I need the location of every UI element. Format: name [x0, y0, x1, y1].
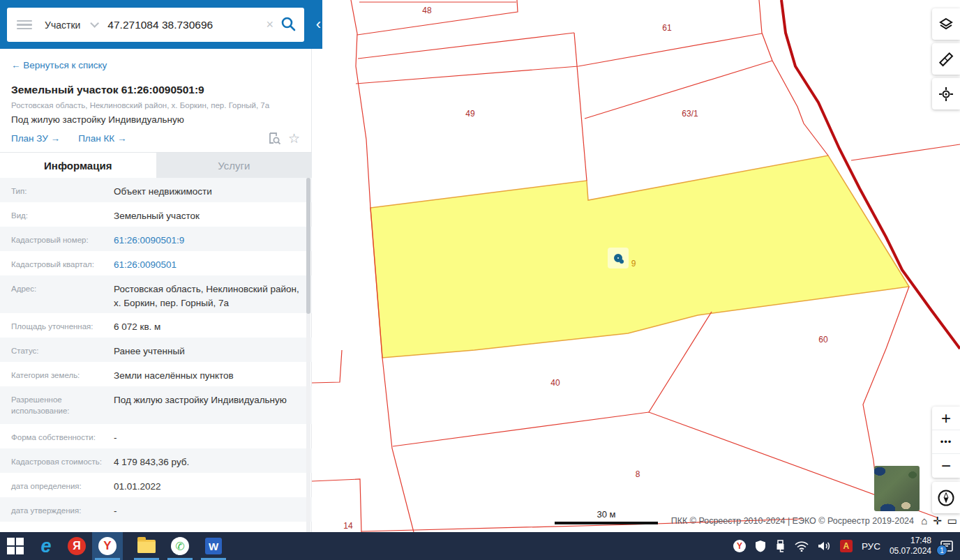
info-row-label: дата утверждения:: [11, 497, 114, 517]
yandex-browser-button[interactable]: Y: [92, 532, 123, 560]
info-row-value: -: [114, 424, 117, 445]
acrobat-icon[interactable]: A: [840, 540, 853, 552]
plan-kk-link[interactable]: План КК →: [78, 133, 126, 144]
collapse-panel-icon[interactable]: ‹: [316, 17, 321, 32]
info-row-label: Площадь уточненная:: [11, 313, 114, 333]
info-row-value: Земли населённых пунктов: [114, 362, 234, 383]
zoom-out-button[interactable]: −: [932, 454, 960, 478]
system-tray: Y A РУС 17:48 05.07.2024 1: [733, 536, 960, 557]
info-row: Вид:Земельный участок: [0, 202, 312, 227]
menu-icon[interactable]: [17, 18, 32, 32]
parcel-number-label: 40: [550, 378, 560, 388]
word-button[interactable]: W: [198, 532, 229, 560]
info-row: Разрешенное использование:Под жилую заст…: [0, 386, 312, 424]
search-input[interactable]: [107, 19, 247, 31]
info-row-value: -: [114, 497, 117, 518]
word-icon: W: [205, 538, 222, 554]
taskbar: e Я Y ✆ W Y: [0, 532, 960, 560]
info-row-value: Под жилую застройку Индивидуальную: [114, 386, 287, 407]
plan-zu-link[interactable]: План ЗУ →: [11, 133, 60, 144]
info-row-label: [11, 522, 114, 530]
map-attribution: ПКК © Росреестр 2010-2024 | ЕЭКО © Росре…: [671, 516, 914, 526]
whatsapp-icon: ✆: [171, 537, 189, 555]
info-row: Кадастровая стоимость:4 179 843,36 руб.: [0, 448, 312, 473]
tab-information[interactable]: Информация: [0, 153, 156, 178]
parcel-number-label: 60: [818, 335, 827, 345]
defender-shield-icon[interactable]: [755, 540, 766, 552]
marker-ring: [614, 254, 622, 262]
start-button[interactable]: [0, 532, 31, 560]
info-row-label: дата определения:: [11, 473, 114, 492]
usb-icon[interactable]: [775, 540, 786, 552]
info-row-label: Форма собственности:: [11, 424, 114, 444]
favorite-star-icon[interactable]: ☆: [288, 133, 300, 145]
overview-minimap[interactable]: [874, 466, 920, 511]
compass-button[interactable]: [932, 482, 960, 513]
yandex-browser-icon: Y: [98, 537, 117, 555]
info-row: Категория земель:Земли населённых пункто…: [0, 362, 312, 386]
clear-icon[interactable]: ×: [266, 17, 273, 32]
layers-icon: [938, 17, 954, 32]
search-icon[interactable]: [280, 16, 296, 34]
document-search-icon[interactable]: [268, 132, 281, 145]
parcel-usage: Под жилую застройку Индивидуальную: [11, 114, 300, 125]
whatsapp-button[interactable]: ✆: [165, 532, 195, 560]
yandex-tray-icon[interactable]: Y: [733, 540, 746, 552]
yandex-app-button[interactable]: Я: [61, 532, 92, 560]
parcel-title: Земельный участок 61:26:0090501:9: [11, 84, 300, 96]
more-zoom-button[interactable]: •••: [932, 430, 960, 454]
clock-date: 05.07.2024: [890, 546, 931, 557]
info-row: Статус:Ранее учтенный: [0, 338, 312, 362]
crosshair-icon: [938, 86, 954, 102]
info-row-value: Ростовская область, Неклиновский район, …: [114, 275, 301, 310]
search-category-select[interactable]: Участки: [45, 20, 80, 31]
info-row: Форма собственности:-: [0, 424, 312, 448]
info-row: Кадастровый квартал:61:26:0090501: [0, 251, 312, 275]
edge-button[interactable]: e: [31, 532, 61, 560]
language-indicator[interactable]: РУС: [862, 541, 880, 552]
compass-icon: [937, 489, 955, 507]
wifi-icon[interactable]: [795, 540, 809, 552]
info-table: Тип:Объект недвижимостиВид:Земельный уча…: [0, 178, 312, 546]
info-row-value: 01.01.2022: [114, 473, 161, 494]
info-row-label: Статус:: [11, 338, 114, 357]
search-topbar: Участки × ‹: [0, 0, 322, 49]
info-row-label: Разрешенное использование:: [11, 386, 114, 416]
chevron-down-icon[interactable]: [91, 19, 100, 28]
layers-button[interactable]: [932, 8, 960, 40]
file-explorer-button[interactable]: [131, 532, 162, 560]
info-row-label: Адрес:: [11, 275, 114, 295]
fullscreen-icon[interactable]: ▭: [947, 515, 957, 527]
info-row: Кадастровый номер:61:26:0090501:9: [0, 227, 312, 251]
parcel-number-label: 63/1: [682, 109, 698, 119]
info-row-value-link[interactable]: 61:26:0090501: [114, 251, 177, 272]
info-row: Адрес:Ростовская область, Неклиновский р…: [0, 275, 312, 313]
info-row: дата определения:01.01.2022: [0, 473, 312, 497]
home-icon[interactable]: ⌂: [921, 515, 927, 527]
parcel-address: Ростовская область, Неклиновский район, …: [11, 101, 300, 109]
back-to-list-link[interactable]: ← Вернуться к списку: [11, 60, 107, 70]
parcel-number-label: 61: [662, 23, 671, 33]
clock[interactable]: 17:48 05.07.2024: [890, 536, 931, 557]
my-location-button[interactable]: [932, 78, 960, 109]
info-row-label: Кадастровый номер:: [11, 227, 114, 246]
scale-bar: [555, 522, 658, 524]
notification-badge: 1: [936, 545, 947, 556]
folder-icon: [137, 540, 156, 553]
map-scale: 30 м: [555, 509, 658, 524]
notification-center-button[interactable]: 1: [940, 540, 953, 552]
zoom-in-button[interactable]: +: [932, 407, 960, 430]
cadastral-map[interactable]: 48614963/194060814 30 м ПКК © Росреестр …: [312, 0, 960, 532]
tab-services[interactable]: Услуги: [156, 153, 313, 178]
info-row-value: Объект недвижимости: [114, 178, 212, 199]
selected-parcel-polygon: [370, 156, 909, 358]
info-row-value: Ранее учтенный: [114, 338, 185, 358]
sidebar-scrollbar[interactable]: [306, 178, 310, 532]
volume-icon[interactable]: [818, 540, 831, 552]
locate-small-icon[interactable]: ✛: [933, 515, 942, 527]
info-row-value: Земельный участок: [114, 202, 200, 223]
measure-button[interactable]: [932, 43, 960, 75]
info-row-label: Кадастровая стоимость:: [11, 448, 114, 468]
screen: 48614963/194060814 30 м ПКК © Росреестр …: [0, 0, 960, 560]
info-row-value-link[interactable]: 61:26:0090501:9: [114, 227, 184, 248]
